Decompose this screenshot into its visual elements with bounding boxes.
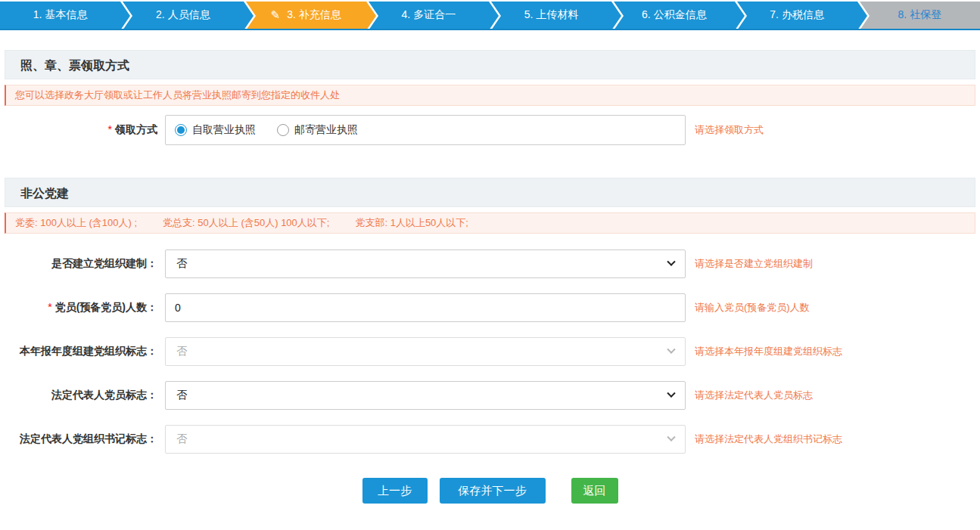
select-legal-rep-member-flag[interactable]: 否: [165, 381, 686, 410]
wizard-step-4[interactable]: 4. 多证合一: [369, 2, 489, 29]
field-hint: 请选择法定代表人党组织书记标志: [695, 432, 842, 446]
radio-label: 自取营业执照: [192, 123, 256, 137]
field-label: 本年报年度组建党组织标志：: [5, 345, 165, 358]
field-label: *党员(预备党员)人数：: [5, 301, 165, 315]
notice-part: 党支部: 1人以上50人以下;: [355, 213, 468, 233]
field-hint: 请选择法定代表人党员标志: [695, 389, 813, 402]
form-row-party-member-count: *党员(预备党员)人数： 请输入党员(预备党员)人数: [5, 293, 975, 322]
step-label: 2. 人员信息: [156, 8, 210, 22]
radio-selected-icon[interactable]: [175, 124, 187, 136]
section-title-party-building: 非公党建: [5, 178, 975, 207]
wizard-step-2[interactable]: 2. 人员信息: [123, 2, 243, 29]
form-row-party-org-flag: 是否建立党组织建制： 否 请选择是否建立党组织建制: [5, 250, 975, 278]
pencil-icon: ✎: [271, 8, 281, 22]
select-legal-rep-secretary-flag-disabled: 否: [165, 425, 686, 454]
step-label: 1. 基本信息: [33, 8, 88, 22]
field-label: *领取方式: [5, 123, 165, 137]
button-bar: 上一步 保存并下一步 返回: [5, 478, 975, 504]
chevron-down-icon: [667, 346, 675, 354]
radio-mail-delivery[interactable]: 邮寄营业执照: [277, 123, 358, 137]
notice-part: 党委: 100人以上 (含100人) ;: [15, 213, 137, 233]
field-label: 法定代表人党员标志：: [5, 389, 165, 402]
radio-unselected-icon[interactable]: [277, 124, 289, 136]
notice-bar: 您可以选择政务大厅领取或让工作人员将营业执照邮寄到您指定的收件人处: [5, 85, 975, 106]
step-label: 8. 社保登: [898, 8, 942, 22]
select-annual-report-org-flag-disabled: 否: [165, 337, 686, 366]
wizard-step-5[interactable]: 5. 上传材料: [491, 2, 611, 29]
party-member-count-input[interactable]: [165, 293, 686, 322]
previous-step-button[interactable]: 上一步: [362, 478, 428, 504]
field-hint: 请输入党员(预备党员)人数: [695, 301, 810, 315]
step-label: 6. 公积金信息: [642, 8, 707, 22]
wizard-step-1[interactable]: 1. 基本信息: [0, 2, 120, 29]
notice-bar: 党委: 100人以上 (含100人) ; 党总支: 50人以上 (含50人) 1…: [5, 212, 975, 234]
field-hint: 请选择本年报年度组建党组织标志: [695, 345, 842, 358]
notice-text: 您可以选择政务大厅领取或让工作人员将营业执照邮寄到您指定的收件人处: [15, 85, 340, 105]
select-value: 否: [176, 345, 187, 358]
required-asterisk: *: [108, 123, 112, 135]
field-hint: 请选择是否建立党组织建制: [695, 257, 813, 271]
select-value: 否: [176, 257, 187, 271]
wizard-step-8-disabled: 8. 社保登: [860, 2, 980, 29]
select-party-org-flag[interactable]: 否: [165, 250, 686, 278]
chevron-down-icon: [667, 433, 675, 442]
select-value: 否: [176, 389, 187, 402]
section-title-license-pickup: 照、章、票领取方式: [5, 50, 975, 79]
step-label: 4. 多证合一: [402, 8, 456, 22]
step-label: 3. 补充信息: [287, 8, 341, 22]
chevron-down-icon: [667, 258, 675, 266]
required-asterisk: *: [48, 301, 51, 313]
wizard-step-6[interactable]: 6. 公积金信息: [614, 2, 734, 29]
step-wizard: 1. 基本信息 2. 人员信息 ✎3. 补充信息 4. 多证合一 5. 上传材料…: [0, 2, 980, 30]
select-value: 否: [176, 432, 187, 446]
notice-part: 党总支: 50人以上 (含50人) 100人以下;: [163, 213, 329, 233]
form-row-legal-rep-secretary-flag: 法定代表人党组织书记标志： 否 请选择法定代表人党组织书记标志: [5, 425, 975, 454]
field-label: 是否建立党组织建制：: [5, 257, 165, 271]
radio-label: 邮寄营业执照: [294, 123, 358, 137]
wizard-step-3-active[interactable]: ✎3. 补充信息: [246, 2, 366, 29]
step-label: 7. 办税信息: [770, 8, 824, 22]
form-row-legal-rep-member-flag: 法定代表人党员标志： 否 请选择法定代表人党员标志: [5, 381, 975, 410]
chevron-down-icon: [667, 389, 675, 398]
field-label: 法定代表人党组织书记标志：: [5, 432, 165, 446]
form-row-annual-report-org-flag: 本年报年度组建党组织标志： 否 请选择本年报年度组建党组织标志: [5, 337, 975, 366]
return-button[interactable]: 返回: [571, 478, 618, 504]
wizard-step-7[interactable]: 7. 办税信息: [737, 2, 857, 29]
radio-self-pickup[interactable]: 自取营业执照: [175, 123, 256, 137]
step-label: 5. 上传材料: [524, 8, 579, 22]
field-hint: 请选择领取方式: [695, 123, 764, 137]
form-row-pickup-method: *领取方式 自取营业执照 邮寄营业执照 请选择领取方式: [5, 115, 975, 145]
pickup-method-radio-group: 自取营业执照 邮寄营业执照: [165, 115, 686, 145]
save-and-next-button[interactable]: 保存并下一步: [440, 478, 546, 504]
